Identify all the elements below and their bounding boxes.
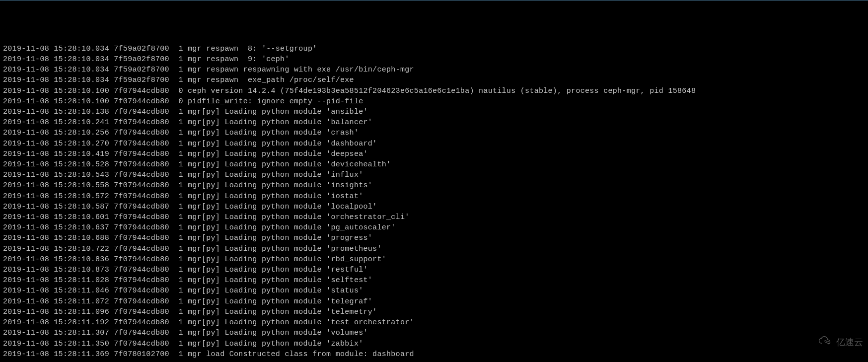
log-line: 2019-11-08 15:28:11.072 7f07944cdb80 1 m… — [3, 296, 865, 307]
log-line: 2019-11-08 15:28:10.100 7f07944cdb80 0 p… — [3, 96, 865, 107]
log-line: 2019-11-08 15:28:10.637 7f07944cdb80 1 m… — [3, 222, 865, 233]
log-line: 2019-11-08 15:28:10.034 7f59a02f8700 1 m… — [3, 75, 865, 85]
log-line: 2019-11-08 15:28:10.034 7f59a02f8700 1 m… — [3, 54, 865, 65]
log-line: 2019-11-08 15:28:10.543 7f07944cdb80 1 m… — [3, 170, 865, 180]
log-line: 2019-11-08 15:28:11.307 7f07944cdb80 1 m… — [3, 328, 865, 338]
log-line: 2019-11-08 15:28:10.256 7f07944cdb80 1 m… — [3, 128, 865, 138]
watermark-badge: 亿速云 — [807, 325, 863, 359]
log-line: 2019-11-08 15:28:11.096 7f07944cdb80 1 m… — [3, 307, 865, 317]
log-line: 2019-11-08 15:28:10.100 7f07944cdb80 0 c… — [3, 86, 865, 96]
log-line: 2019-11-08 15:28:11.028 7f07944cdb80 1 m… — [3, 275, 865, 286]
log-line: 2019-11-08 15:28:10.572 7f07944cdb80 1 m… — [3, 191, 865, 202]
log-line: 2019-11-08 15:28:10.419 7f07944cdb80 1 m… — [3, 149, 865, 159]
log-line: 2019-11-08 15:28:10.138 7f07944cdb80 1 m… — [3, 107, 865, 117]
terminal-log-output[interactable]: 2019-11-08 15:28:10.034 7f59a02f8700 1 m… — [3, 44, 865, 360]
log-line: 2019-11-08 15:28:11.046 7f07944cdb80 1 m… — [3, 286, 865, 296]
log-line: 2019-11-08 15:28:10.034 7f59a02f8700 1 m… — [3, 44, 865, 54]
log-line: 2019-11-08 15:28:10.558 7f07944cdb80 1 m… — [3, 180, 865, 191]
log-line: 2019-11-08 15:28:10.836 7f07944cdb80 1 m… — [3, 254, 865, 265]
log-line: 2019-11-08 15:28:10.270 7f07944cdb80 1 m… — [3, 139, 865, 149]
log-line: 2019-11-08 15:28:10.587 7f07944cdb80 1 m… — [3, 202, 865, 212]
log-line: 2019-11-08 15:28:10.873 7f07944cdb80 1 m… — [3, 265, 865, 275]
cloud-icon — [807, 325, 834, 359]
log-line: 2019-11-08 15:28:10.241 7f07944cdb80 1 m… — [3, 117, 865, 128]
log-line: 2019-11-08 15:28:11.192 7f07944cdb80 1 m… — [3, 317, 865, 328]
log-line: 2019-11-08 15:28:10.688 7f07944cdb80 1 m… — [3, 233, 865, 243]
log-line: 2019-11-08 15:28:10.034 7f59a02f8700 1 m… — [3, 65, 865, 75]
log-line: 2019-11-08 15:28:10.722 7f07944cdb80 1 m… — [3, 244, 865, 254]
log-line: 2019-11-08 15:28:11.350 7f07944cdb80 1 m… — [3, 339, 865, 349]
log-line: 2019-11-08 15:28:10.601 7f07944cdb80 1 m… — [3, 212, 865, 222]
watermark-text: 亿速云 — [836, 337, 863, 348]
log-line: 2019-11-08 15:28:11.369 7f0780102700 1 m… — [3, 349, 865, 360]
log-line: 2019-11-08 15:28:10.528 7f07944cdb80 1 m… — [3, 159, 865, 170]
